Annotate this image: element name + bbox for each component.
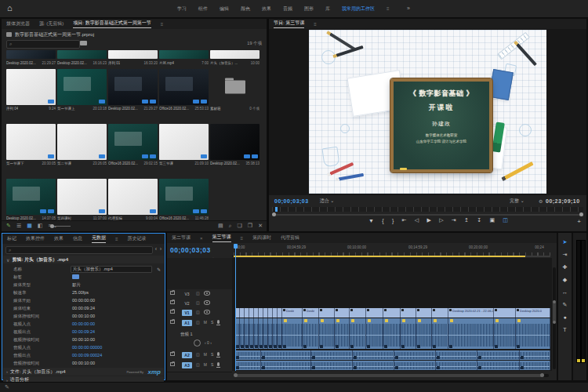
video-clip[interactable] <box>350 308 366 318</box>
track-lock-icon[interactable] <box>170 362 175 366</box>
workspace-tab-1[interactable]: 学习 <box>177 5 187 13</box>
track-name-chip[interactable]: V3 <box>182 291 192 297</box>
track-select-forward-tool[interactable]: ⇥ <box>563 252 568 257</box>
workspace-menu-icon[interactable]: ≡ <box>387 6 390 11</box>
zoom-slider-handle[interactable] <box>50 224 54 228</box>
scroll-handle-left[interactable] <box>234 373 238 377</box>
video-clip[interactable]: Deskt <box>282 308 303 318</box>
go-to-out-button[interactable]: ⇥ <box>452 217 456 223</box>
solo-button[interactable]: S <box>211 362 213 367</box>
audio-clip[interactable] <box>394 361 436 370</box>
clear-icon[interactable]: ✕ <box>258 223 263 228</box>
name-input[interactable]: 片头（加音乐）.mp4 <box>71 266 152 273</box>
video-clip[interactable] <box>383 308 401 318</box>
audio-clip[interactable] <box>432 318 448 349</box>
timeline-ruler[interactable]: ;00;0000;04;59;2900;10;00;0000;14;59;290… <box>232 244 550 256</box>
audio-clip[interactable] <box>477 361 520 370</box>
project-item[interactable]: 片头（加音乐）...10:00 <box>210 50 260 68</box>
audio-clip[interactable] <box>436 361 477 370</box>
project-search-input[interactable]: ⌕ <box>6 40 80 49</box>
sync-lock-icon[interactable]: ◫ <box>196 300 200 305</box>
lift-button[interactable]: ↥ <box>464 217 469 223</box>
project-item[interactable]: 序列 049:24 <box>6 69 56 114</box>
vertical-splitter-bottom[interactable] <box>165 233 167 380</box>
program-playhead[interactable] <box>275 207 278 212</box>
tab-sequence-3[interactable]: 第四课时 <box>252 234 271 241</box>
track-header-a1[interactable]: A1◫MS音频 1‹ 0 › <box>167 318 232 351</box>
sync-lock-icon[interactable]: ◫ <box>196 291 200 296</box>
video-clip[interactable] <box>335 308 350 318</box>
tab-metadata[interactable]: 元数据 <box>92 234 106 243</box>
new-bin-icon[interactable]: ❏ <box>238 223 242 228</box>
track-name-chip[interactable]: A3 <box>182 362 192 368</box>
tab-sequence-4[interactable]: 代理剪辑 <box>281 234 299 241</box>
audio-clip[interactable] <box>436 350 477 360</box>
tab-meta-4[interactable]: 信息 <box>73 235 82 242</box>
track-lock-icon[interactable] <box>170 291 175 295</box>
video-clip[interactable]: Deskt <box>303 308 319 318</box>
video-clip[interactable] <box>494 308 516 318</box>
workspace-tab-5[interactable]: 效果 <box>262 5 271 13</box>
zoom-level-select[interactable]: 适合 ⌄ <box>320 198 335 205</box>
workspace-overflow-icon[interactable]: » <box>407 5 410 11</box>
tab-sequence-1[interactable]: 第二节课 <box>172 234 191 241</box>
tab-meta-2[interactable]: 效果控件 <box>26 235 45 242</box>
video-clip[interactable] <box>416 308 432 318</box>
project-item[interactable]: 第一节课上20:13:18 <box>57 69 107 114</box>
track-name-chip[interactable]: V2 <box>182 300 192 307</box>
tab-scroll-right-icon[interactable]: › <box>160 246 162 252</box>
mute-button[interactable]: M <box>204 320 207 325</box>
audio-clip[interactable] <box>319 318 335 349</box>
monitor-settings-icon[interactable]: ⚙ <box>539 198 543 204</box>
play-button[interactable]: ▶ <box>426 217 430 223</box>
zoom-handle-left[interactable] <box>272 212 276 216</box>
icon-view-icon[interactable]: ▦ <box>27 223 32 228</box>
project-item[interactable]: 代理剪辑9:00:04 <box>108 179 158 223</box>
workspace-tab-7[interactable]: 图形 <box>304 5 314 13</box>
program-zoom-scrollbar[interactable] <box>272 213 583 216</box>
voiceover-mic-icon[interactable] <box>217 352 220 356</box>
audio-clip[interactable] <box>303 318 319 349</box>
audio-clip[interactable] <box>235 350 261 360</box>
video-clip[interactable] <box>432 308 448 318</box>
track-name-chip[interactable]: V1 <box>182 310 192 316</box>
audio-clip[interactable] <box>353 361 394 370</box>
step-forward-button[interactable]: ▷ <box>439 217 443 223</box>
panel-menu-icon[interactable]: ≡ <box>314 22 317 27</box>
edit-pencil-icon[interactable]: ✎ <box>157 267 161 272</box>
track-output-eye-icon[interactable] <box>204 300 210 305</box>
horizontal-splitter[interactable] <box>0 231 588 233</box>
mark-in-button[interactable]: { <box>382 218 383 223</box>
pan-knob[interactable] <box>194 339 201 347</box>
mark-out-button[interactable]: } <box>392 218 394 223</box>
audio-meters-panel[interactable] <box>573 233 586 380</box>
audio-clip[interactable] <box>477 350 520 360</box>
vertical-splitter[interactable] <box>267 19 269 231</box>
tab-program[interactable]: 节目: 第三节课 <box>274 20 304 28</box>
hand-tool[interactable]: ● <box>563 314 566 320</box>
selection-tool[interactable]: ➤ <box>563 239 568 245</box>
panel-menu-icon[interactable]: ≡ <box>115 237 118 241</box>
video-clip[interactable] <box>366 308 383 318</box>
track-lock-icon[interactable] <box>170 352 175 356</box>
audio-clip[interactable] <box>366 318 383 349</box>
razor-tool[interactable]: ◆ <box>563 277 567 282</box>
video-clip[interactable] <box>319 308 335 318</box>
audio-clip[interactable] <box>353 350 394 360</box>
list-view-icon[interactable]: ☰ <box>16 223 21 228</box>
sync-lock-icon[interactable]: ◫ <box>196 320 200 325</box>
project-item[interactable]: 第一节课下20:30:05 <box>6 124 56 169</box>
add-marker-button[interactable]: ▼ <box>368 218 374 223</box>
audio-clip[interactable] <box>311 361 353 370</box>
panel-menu-icon[interactable]: ≡ <box>241 236 244 241</box>
voiceover-mic-icon[interactable] <box>217 320 220 324</box>
horizontal-scrollbar[interactable] <box>234 374 549 377</box>
type-tool[interactable]: T <box>563 327 566 332</box>
video-clip[interactable] <box>401 308 416 318</box>
track-name-chip[interactable]: A2 <box>182 352 192 358</box>
metadata-search-input[interactable]: ⌕ <box>5 246 153 254</box>
scroll-handle-right[interactable] <box>540 373 544 377</box>
track-header-a3[interactable]: A3◫MS <box>167 361 232 372</box>
project-item[interactable]: Office16 2020.02...29:02:15 <box>108 124 158 169</box>
playback-resolution-select[interactable]: 完整 ⌄ <box>510 198 524 205</box>
